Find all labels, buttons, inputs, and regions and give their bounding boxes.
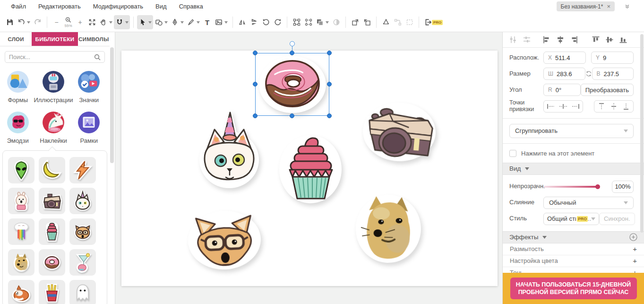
add-color-adjust-icon[interactable]: + — [633, 257, 637, 265]
library-category-shapes[interactable]: Формы — [2, 70, 34, 104]
position-y-input[interactable]: Y 9 — [591, 52, 634, 64]
menu-item-edit[interactable]: Редактировать — [32, 3, 87, 10]
pan-tool-button[interactable] — [98, 15, 114, 29]
selection-handle-ne[interactable] — [327, 51, 332, 55]
sync-button[interactable]: Синхрон. — [599, 213, 635, 225]
search-input[interactable] — [9, 54, 94, 61]
rotation-handle[interactable] — [290, 41, 295, 46]
tab-symbols[interactable]: СИМВОЛЫ — [78, 32, 110, 46]
anchor-top-icon[interactable] — [595, 103, 608, 110]
mask-button[interactable] — [330, 15, 342, 29]
canvas-area[interactable] — [115, 32, 502, 304]
lock-ratio-icon[interactable] — [585, 70, 592, 77]
distribute-vertical-icon[interactable] — [522, 35, 532, 44]
library-category-icons[interactable]: Значки — [73, 70, 105, 104]
menu-item-file[interactable]: Файл — [5, 3, 32, 10]
right-panel-scrollbar[interactable] — [640, 34, 644, 233]
undo-button[interactable] — [16, 15, 32, 29]
selection-handle-se[interactable] — [327, 113, 332, 118]
save-button[interactable] — [4, 15, 16, 29]
connector-tool-button[interactable] — [392, 15, 404, 29]
anchor-right-icon[interactable] — [569, 104, 582, 109]
canvas-sticker-unicorn-cat[interactable] — [194, 108, 265, 191]
sticker-tile-doge[interactable] — [8, 249, 34, 276]
angle-input[interactable]: R 0° — [543, 84, 581, 96]
sticker-tile-banana[interactable] — [39, 157, 65, 183]
sticker-tile-unicorn-cat[interactable] — [69, 188, 96, 214]
effects-section-header[interactable]: Эффекты — [503, 231, 644, 243]
opacity-value[interactable]: 100% — [612, 181, 634, 193]
view-section-header[interactable]: Вид — [503, 163, 644, 175]
anchor-center-icon[interactable] — [557, 104, 569, 109]
export-button[interactable]: PRO — [422, 15, 444, 29]
canvas-sticker-camera[interactable] — [361, 99, 438, 165]
align-center-horizontal-icon[interactable] — [556, 35, 565, 44]
sticker-tile-ghost[interactable] — [69, 280, 96, 304]
search-box[interactable] — [5, 51, 105, 63]
selection-handle-n[interactable] — [290, 51, 294, 55]
add-blur-icon[interactable]: + — [633, 245, 637, 253]
close-tab-icon[interactable]: × — [607, 3, 610, 9]
shape-tool-button[interactable] — [153, 15, 169, 29]
sticker-tile-fox-glasses[interactable] — [69, 218, 96, 245]
convert-to-path-button[interactable] — [380, 15, 392, 29]
sticker-tile-cupcake[interactable] — [39, 218, 65, 245]
group-button[interactable] — [291, 15, 302, 29]
menu-item-view[interactable]: Вид — [149, 3, 173, 10]
blend-dropdown[interactable]: Обычный — [543, 197, 634, 209]
text-tool-button[interactable]: T — [201, 15, 213, 29]
flip-horizontal-button[interactable] — [236, 15, 248, 29]
align-bottom-icon[interactable] — [618, 35, 628, 44]
sticker-tile-donut[interactable] — [39, 249, 65, 276]
canvas-sticker-cupcake[interactable] — [276, 133, 345, 204]
opacity-slider-thumb[interactable] — [595, 184, 600, 189]
selection-box[interactable] — [255, 53, 329, 116]
ungroup-button[interactable] — [302, 15, 314, 29]
bring-forward-button[interactable] — [349, 15, 361, 29]
sticker-tile-cocktail[interactable] — [69, 249, 96, 276]
anchor-left-icon[interactable] — [545, 104, 557, 109]
flip-vertical-button[interactable] — [248, 15, 260, 29]
selection-handle-w[interactable] — [253, 82, 258, 87]
transform-button[interactable]: Преобразовать — [581, 84, 634, 96]
menu-item-modify[interactable]: Модифицировать — [87, 3, 149, 10]
style-dropdown[interactable]: Общий стиль PRO .. — [543, 213, 599, 225]
selection-handle-sw[interactable] — [253, 113, 258, 118]
snap-magnet-button[interactable] — [114, 15, 130, 29]
canvas-sticker-doge[interactable] — [353, 192, 424, 265]
sticker-tile-fries[interactable] — [39, 280, 65, 304]
rotate-cw-button[interactable] — [272, 15, 283, 29]
pen-tool-button[interactable] — [169, 15, 185, 29]
selection-handle-e[interactable] — [327, 82, 332, 87]
tab-layers[interactable]: СЛОИ — [0, 32, 32, 46]
sticker-tile-camera[interactable] — [39, 188, 65, 214]
rotate-ccw-button[interactable] — [260, 15, 272, 29]
effect-row-blur[interactable]: Размытость + — [503, 243, 644, 255]
image-tool-button[interactable] — [213, 15, 229, 29]
canvas-sticker-fox-glasses[interactable] — [185, 208, 264, 273]
selection-handle-s[interactable] — [290, 113, 294, 118]
marquee-select-button[interactable] — [404, 15, 415, 29]
click-element-checkbox[interactable] — [509, 150, 516, 157]
trial-button[interactable]: НАЧАТЬ ПОЛЬЗОВАТЬСЯ 15-ДНЕВНОЙ ПРОБНОЙ В… — [510, 278, 637, 300]
width-input[interactable]: Ш 283.6 — [543, 68, 585, 80]
left-panel-scrollbar[interactable] — [110, 47, 114, 163]
sticker-tile-sleeping-fox[interactable] — [8, 280, 34, 304]
send-backward-button[interactable] — [361, 15, 373, 29]
knife-tool-button[interactable] — [185, 15, 201, 29]
library-category-frames[interactable]: Рамки — [73, 111, 105, 144]
height-input[interactable]: В 237.5 — [592, 68, 634, 80]
sticker-tile-alien[interactable] — [8, 157, 34, 183]
effect-row-color-adjust[interactable]: Настройка цвета + — [503, 255, 644, 267]
align-top-icon[interactable] — [591, 35, 601, 44]
anchor-middle-icon[interactable] — [608, 103, 620, 110]
align-right-icon[interactable] — [569, 35, 579, 44]
align-middle-vertical-icon[interactable] — [605, 35, 614, 44]
sticker-tile-rainbow[interactable] — [8, 218, 34, 245]
zoom-tool-button[interactable]: 55% — [62, 15, 74, 29]
boolean-ops-button[interactable] — [314, 15, 330, 29]
fit-to-screen-button[interactable] — [86, 15, 98, 29]
distribute-horizontal-icon[interactable] — [508, 35, 518, 44]
library-category-illustrations[interactable]: Иллюстрации — [34, 70, 73, 104]
sticker-tile-bunny[interactable] — [8, 188, 34, 214]
